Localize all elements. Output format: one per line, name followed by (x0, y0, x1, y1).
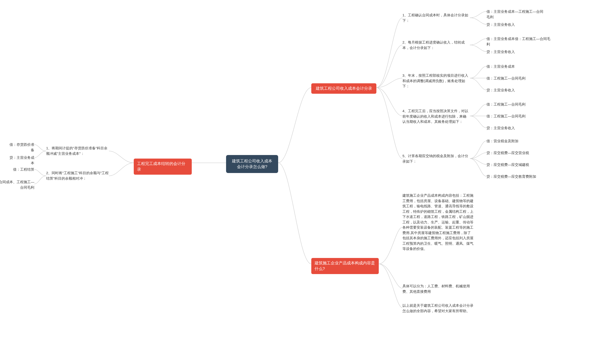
r1-item-4-c3: 贷：主营业务收入 (487, 125, 543, 131)
left-item-1-c1: 借：存货跌价准备 (7, 142, 34, 153)
r1-item-1-c2: 贷：主营业务收入 (487, 22, 543, 27)
r1-item-5-c4: 贷：应交税费—应交教育费附加 (487, 174, 543, 179)
r1-item-4-c1: 借：工程施工—合同毛利 (487, 102, 543, 107)
root-title: 建筑工程公司收入成本会计分录怎么做? (230, 158, 274, 170)
branch-left-1-label: 工程完工成本结转的会计分录 (137, 161, 188, 172)
r1-item-4[interactable]: 4、工程完工后，应当按照决算文件，对以前年度确认的收入和成本进行扣除，来确认当期… (402, 108, 469, 125)
r1-item-3-c2: 借：工程施工—合同毛利 (487, 76, 543, 81)
r1-item-2-c2: 贷：主营业务收入 (487, 49, 543, 55)
left-item-2[interactable]: 2、同时将"工程施工"科目的余额与"工程结算"科目的余额相对冲： (46, 170, 109, 181)
left-item-2-label: 2、同时将"工程施工"科目的余额与"工程结算"科目的余额相对冲： (46, 170, 109, 181)
branch-right-1[interactable]: 建筑工程公司收入成本会计分录 (311, 83, 376, 94)
r1-item-3-c3: 贷：主营业务收入 (487, 88, 543, 93)
left-item-2-c2: 贷：工程施工—合同成本、工程施工—合同毛利 (0, 179, 34, 190)
branch-right-2[interactable]: 建筑施工企业产品成本构成内容是什么? (311, 258, 379, 274)
r1-item-5-c1: 借：营业税金及附加 (487, 138, 543, 144)
r1-item-3[interactable]: 3、年末，按照工程部核实的项目进行收入和成本的调整(调减用负数)，账务处理如下： (402, 73, 469, 89)
left-item-1-label: 1、将期间计提的"存货跌价准备"科目余额冲减"主营业务成本"： (46, 145, 109, 156)
r1-item-5-c2: 贷：应交税费—应交营业税 (487, 150, 543, 156)
root-node[interactable]: 建筑工程公司收入成本会计分录怎么做? (226, 155, 278, 173)
branch-right-1-label: 建筑工程公司收入成本会计分录 (316, 86, 372, 91)
r1-item-2-c1: 借：主营业务成本借：工程施工—合同毛利 (487, 36, 553, 47)
r1-item-3-c1: 借：主营业务成本 (487, 64, 543, 69)
r2-p1: 建筑施工企业产品成本构成内容包括：工程施工费用，包括房屋、设备基础、建筑物等的建… (402, 193, 474, 252)
branch-left-1[interactable]: 工程完工成本结转的会计分录 (134, 158, 192, 175)
r1-item-2[interactable]: 2、每月根据工程进度确认收入，结转成本，会计分录如下： (402, 40, 469, 51)
r1-item-4-c2: 借：工程施工—合同毛利 (487, 114, 543, 119)
branch-right-2-label: 建筑施工企业产品成本构成内容是什么? (315, 260, 375, 272)
r1-item-5-c3: 贷：应交税费—应交城建税 (487, 162, 543, 168)
r1-item-1[interactable]: 1、工程确认合同成本时，具体会计分录如下： (402, 13, 469, 23)
r1-item-1-c1: 借：主营业务成本—工程施工—合同毛利 (487, 9, 543, 20)
r2-p2: 具体可以分为：人工费、材料费、机械使用费、其他直接费用 (402, 284, 474, 294)
r2-p3: 以上就是关于建筑工程公司收入成本会计分录怎么做的全部内容，希望对大家有所帮助。 (402, 303, 474, 313)
r1-item-5[interactable]: 5、计算各期应交纳的税金及附加，会计分录如下： (402, 153, 469, 164)
left-item-2-c1: 借：工程结算 (5, 167, 34, 172)
left-item-1-c2: 贷：主营业务成本 (7, 155, 34, 166)
left-item-1[interactable]: 1、将期间计提的"存货跌价准备"科目余额冲减"主营业务成本"： (46, 145, 109, 156)
